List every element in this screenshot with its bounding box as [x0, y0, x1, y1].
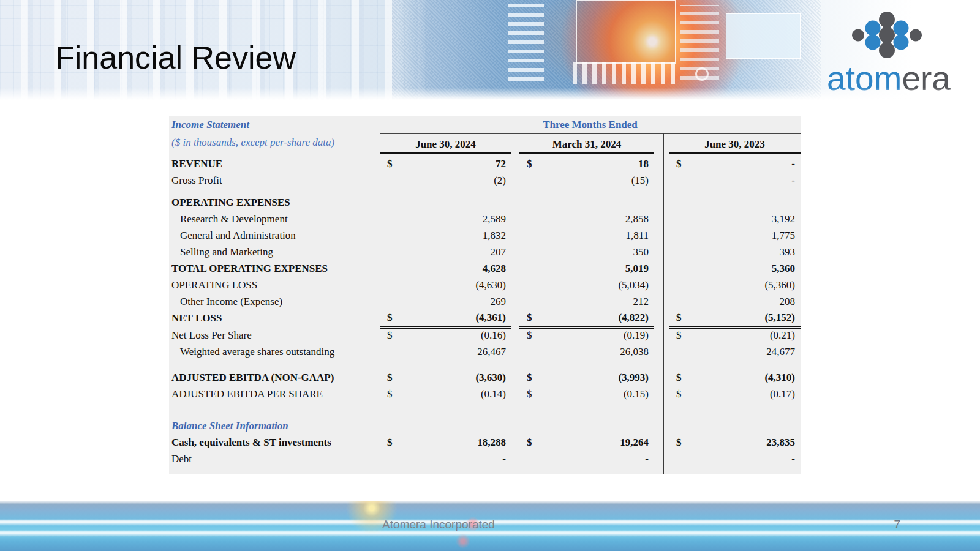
cell-value: 19,264 — [620, 437, 649, 449]
table-header-row-2: ($ in thousands, except per-share data) … — [169, 133, 801, 152]
table-header-row-1: Income Statement Three Months Ended — [169, 116, 801, 133]
row-label: Cash, equivalents & ST investments — [169, 437, 380, 449]
row-label: ADJUSTED EBITDA (NON-GAAP) — [169, 372, 380, 384]
currency-symbol: $ — [676, 329, 682, 342]
units-note: ($ in thousands, except per-share data) — [169, 137, 380, 149]
currency-symbol: $ — [387, 158, 393, 170]
currency-symbol: $ — [527, 329, 532, 342]
currency-symbol: $ — [387, 388, 393, 400]
atomera-logo: atomera — [815, 4, 962, 96]
cell-value: (0.21) — [770, 329, 795, 342]
table-row-weighted-average-shares: Weighted average shares outstanding 26,4… — [169, 343, 801, 360]
cell-value: 5,360 — [772, 263, 795, 275]
spacer — [169, 360, 801, 369]
cell-value: (5,152) — [764, 312, 795, 324]
column-header-jun-2023: June 30, 2023 — [669, 132, 801, 154]
three-months-ended-header: Three Months Ended — [380, 116, 801, 134]
logo-word-atom: atom — [827, 59, 902, 96]
cell-value: (4,310) — [764, 372, 795, 384]
cell-value: (0.14) — [481, 388, 506, 400]
balance-sheet-heading: Balance Sheet Information — [169, 420, 380, 432]
cell-value: (0.19) — [624, 329, 649, 342]
circuit-pins-left — [508, 4, 544, 81]
banner-circuit-art — [392, 0, 821, 100]
row-label: NET LOSS — [169, 312, 380, 324]
page-number: 7 — [894, 518, 900, 531]
row-label: TOTAL OPERATING EXPENSES — [169, 263, 380, 275]
cell-value: 5,019 — [625, 263, 649, 275]
cell-value: (3,630) — [475, 372, 506, 384]
column-divider — [663, 133, 664, 474]
row-label: General and Administration — [169, 230, 380, 242]
currency-symbol: $ — [387, 312, 393, 324]
cell-value: (4,822) — [618, 312, 649, 324]
cell-value: 26,038 — [620, 346, 649, 358]
top-banner: Financial Review atomera — [0, 0, 980, 100]
currency-symbol: $ — [676, 372, 682, 384]
cell-value: (0.16) — [481, 329, 506, 342]
currency-symbol: $ — [387, 329, 393, 342]
currency-symbol: $ — [527, 372, 532, 384]
cell-value: 18,288 — [477, 437, 506, 449]
cell-value: 1,832 — [483, 230, 506, 242]
currency-symbol: $ — [387, 437, 393, 449]
table-row-operating-loss: OPERATING LOSS (4,630) (5,034) (5,360) — [169, 277, 801, 293]
atomera-logo-mark — [852, 12, 922, 58]
row-label: Weighted average shares outstanding — [169, 346, 380, 358]
cell-value: 207 — [491, 246, 507, 258]
row-label: Net Loss Per Share — [169, 329, 380, 342]
cell-value: 212 — [633, 296, 649, 308]
circuit-panel — [726, 13, 801, 59]
table-row-cash: Cash, equivalents & ST investments $18,2… — [169, 434, 801, 451]
circuit-pins-bottom — [573, 62, 677, 84]
currency-symbol: $ — [676, 158, 682, 170]
table-row-selling-marketing: Selling and Marketing 207 350 393 — [169, 244, 801, 260]
table-row-net-loss: NET LOSS $(4,361) $(4,822) $(5,152) — [169, 310, 801, 327]
table-row-other-income: Other Income (Expense) 269 212 208 — [169, 293, 801, 310]
income-statement-heading: Income Statement — [169, 119, 380, 131]
row-label: Selling and Marketing — [169, 246, 380, 258]
currency-symbol: $ — [676, 312, 682, 324]
table-row-adjusted-ebitda-per-share: ADJUSTED EBITDA PER SHARE $(0.14) $(0.15… — [169, 386, 801, 402]
cell-value: 18 — [638, 158, 649, 170]
cell-value: (3,993) — [618, 372, 649, 384]
table-row-revenue: REVENUE $72 $18 $- — [169, 156, 801, 172]
cell-value: 26,467 — [477, 346, 506, 358]
cell-value: (2) — [494, 174, 506, 187]
page-title: Financial Review — [55, 39, 296, 76]
cell-value: 72 — [496, 158, 506, 170]
cell-value: 2,858 — [625, 213, 649, 225]
footer-band: Atomera Incorporated 7 — [0, 501, 980, 551]
currency-symbol: $ — [527, 388, 532, 400]
column-header-mar-2024: March 31, 2024 — [519, 132, 654, 154]
row-label: Research & Development — [169, 213, 380, 225]
cell-value: (4,630) — [475, 279, 506, 291]
cell-value: (5,360) — [764, 279, 795, 291]
cell-value: (15) — [631, 174, 649, 187]
row-label: Debt — [169, 453, 380, 465]
row-label: Other Income (Expense) — [169, 296, 380, 308]
table-row-total-operating-expenses: TOTAL OPERATING EXPENSES 4,628 5,019 5,3… — [169, 260, 801, 277]
currency-symbol: $ — [676, 437, 682, 449]
logo-word-era: era — [902, 59, 951, 96]
circuit-chip — [576, 0, 676, 64]
circuit-ring — [695, 67, 709, 81]
table-row-net-loss-per-share: Net Loss Per Share $(0.16) $(0.19) $(0.2… — [169, 327, 801, 343]
row-label: OPERATING EXPENSES — [169, 197, 380, 209]
financial-table: Income Statement Three Months Ended ($ i… — [169, 116, 801, 474]
cell-value: 1,775 — [772, 230, 795, 242]
cell-value: (0.17) — [770, 388, 795, 400]
table-row-gross-profit: Gross Profit (2) (15) - — [169, 172, 801, 189]
cell-value: 208 — [780, 296, 796, 308]
cell-value: (5,034) — [618, 279, 649, 291]
row-label: Gross Profit — [169, 174, 380, 187]
row-label: REVENUE — [169, 158, 380, 170]
cell-value: 350 — [633, 246, 649, 258]
footer-company-name: Atomera Incorporated — [382, 518, 495, 531]
currency-symbol: $ — [387, 372, 393, 384]
row-label: ADJUSTED EBITDA PER SHARE — [169, 388, 380, 400]
spacer — [169, 189, 801, 194]
cell-value: 3,192 — [772, 213, 795, 225]
currency-symbol: $ — [527, 312, 532, 324]
table-row-debt: Debt - - - — [169, 451, 801, 467]
